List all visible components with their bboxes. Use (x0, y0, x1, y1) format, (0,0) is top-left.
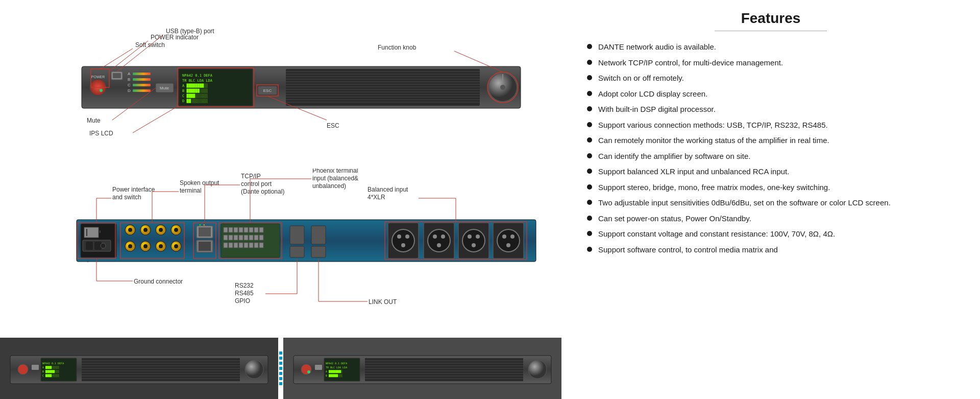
svg-rect-95 (254, 227, 258, 232)
svg-rect-175 (32, 365, 39, 370)
svg-point-124 (428, 229, 450, 252)
svg-text:4*XLR: 4*XLR (368, 194, 385, 201)
diagram-container: POWER A B C D (20, 10, 556, 337)
svg-text:Ground connector: Ground connector (134, 278, 183, 285)
svg-text:Balanced input: Balanced input (368, 186, 408, 193)
features-title: Features (587, 10, 954, 27)
svg-rect-94 (249, 227, 253, 232)
svg-point-136 (510, 234, 514, 239)
svg-point-132 (472, 243, 476, 247)
svg-point-134 (497, 229, 520, 252)
feature-text: Support stereo, bridge, mono, free matri… (598, 182, 830, 194)
svg-rect-13 (133, 89, 151, 92)
svg-rect-105 (224, 243, 228, 248)
svg-point-210 (528, 360, 547, 379)
svg-rect-181 (82, 358, 240, 381)
svg-text:D: D (128, 88, 131, 93)
svg-point-40 (500, 85, 505, 90)
svg-point-130 (468, 234, 472, 239)
svg-rect-7 (133, 73, 151, 75)
svg-point-121 (405, 234, 409, 239)
svg-point-61 (101, 243, 106, 248)
svg-text:●: ● (199, 223, 201, 226)
feature-text: Can set power-on status, Power On/Standb… (598, 213, 751, 225)
svg-rect-5 (113, 73, 121, 78)
thumb-left-svg: NPA42 0.1 DEFA A ████░░░░░ B ██████░░░ C… (0, 338, 278, 399)
feature-text: Two adjustable input sensitivities 0dBu/… (598, 197, 891, 209)
feature-text: Support various connection methods: USB,… (598, 120, 828, 131)
svg-text:B ██████░░░: B ██████░░░ (42, 370, 59, 373)
feature-text: Switch on or off remotely. (598, 73, 684, 84)
svg-text:POWER: POWER (91, 75, 105, 79)
svg-point-135 (502, 234, 506, 239)
feature-text: Support balanced XLR input and unbalance… (598, 166, 789, 178)
svg-point-126 (441, 234, 445, 239)
label-function-knob: Function knob (378, 44, 416, 51)
feature-item: Support software control, to control med… (587, 244, 954, 256)
feature-text: DANTE network audio is available. (598, 41, 716, 53)
svg-line-50 (133, 106, 179, 133)
feature-text: With built-in DSP digital processor. (598, 104, 716, 115)
svg-text:LINK OUT: LINK OUT (369, 298, 397, 306)
svg-point-194 (307, 370, 310, 373)
svg-text:unbalanced): unbalanced) (312, 182, 346, 190)
features-list: DANTE network audio is available.Network… (587, 41, 954, 255)
svg-rect-112 (259, 243, 263, 248)
svg-point-68 (159, 228, 163, 232)
svg-text:GPIO: GPIO (235, 297, 250, 304)
svg-point-64 (128, 228, 132, 232)
feature-item: Support various connection methods: USB,… (587, 120, 954, 131)
svg-rect-11 (133, 84, 151, 86)
feature-item: Support stereo, bridge, mono, free matri… (587, 182, 954, 194)
bottom-thumbnails: NPA42 0.1 DEFA A ████░░░░░ B ██████░░░ C… (0, 338, 561, 399)
feature-bullet (587, 122, 592, 127)
svg-rect-97 (224, 235, 228, 240)
label-usb-port: USB (type-B) port (166, 28, 214, 35)
feature-bullet (587, 247, 592, 252)
feature-bullet (587, 91, 592, 96)
svg-text:terminal: terminal (180, 187, 202, 194)
left-panel: POWER A B C D (0, 0, 561, 399)
svg-rect-115 (290, 246, 304, 257)
svg-rect-92 (239, 227, 243, 232)
feature-item: Switch on or off remotely. (587, 73, 954, 84)
svg-rect-59 (86, 242, 93, 250)
svg-point-125 (433, 234, 437, 239)
svg-point-2 (100, 89, 103, 92)
svg-text:A ████████░░: A ████████░░ (182, 83, 208, 88)
svg-text:●: ● (203, 223, 205, 226)
feature-bullet (587, 169, 592, 174)
svg-rect-89 (224, 227, 228, 232)
svg-text:D ██░░░░░░░░: D ██░░░░░░░░ (182, 99, 208, 103)
svg-line-47 (110, 41, 148, 71)
svg-point-74 (143, 244, 148, 248)
svg-point-119 (392, 229, 414, 252)
svg-text:Phoenix terminal: Phoenix terminal (312, 169, 358, 174)
svg-text:NPA42 0.1 DEFA: NPA42 0.1 DEFA (326, 362, 347, 365)
feature-item: Can remotely monitor the working status … (587, 135, 954, 147)
svg-point-78 (174, 244, 178, 248)
svg-rect-111 (254, 243, 258, 248)
svg-text:TR BLC LDA LDA: TR BLC LDA LDA (326, 366, 347, 369)
svg-rect-107 (234, 243, 238, 248)
svg-text:TR BLC LDA LDA: TR BLC LDA LDA (182, 79, 213, 83)
right-panel: Features DANTE network audio is availabl… (561, 0, 980, 399)
feature-bullet (587, 106, 592, 111)
svg-point-120 (397, 234, 401, 239)
feature-bullet (587, 44, 592, 49)
svg-text:C ████░░░░░: C ████░░░░░ (42, 374, 59, 378)
feature-text: Adopt color LCD display screen. (598, 88, 707, 100)
svg-rect-110 (249, 243, 253, 248)
feature-text: Support software control, to control med… (598, 244, 778, 256)
svg-text:NPA42 0.1 DEFA: NPA42 0.1 DEFA (182, 74, 213, 78)
svg-text:C ████░░░░░░: C ████░░░░░░ (182, 93, 208, 98)
feature-item: Support constant voltage and constant re… (587, 228, 954, 240)
feature-bullet (587, 153, 592, 158)
feature-bullet (587, 137, 592, 143)
label-power-indicator: POWER indicator (151, 34, 199, 41)
svg-text:NPA42 0.1 DEFA: NPA42 0.1 DEFA (42, 362, 64, 365)
feature-text: Support constant voltage and constant re… (598, 228, 835, 240)
back-panel-svg: I ⏚ (20, 169, 556, 342)
feature-item: Can set power-on status, Power On/Standb… (587, 213, 954, 225)
thumbnail-divider (278, 338, 283, 399)
